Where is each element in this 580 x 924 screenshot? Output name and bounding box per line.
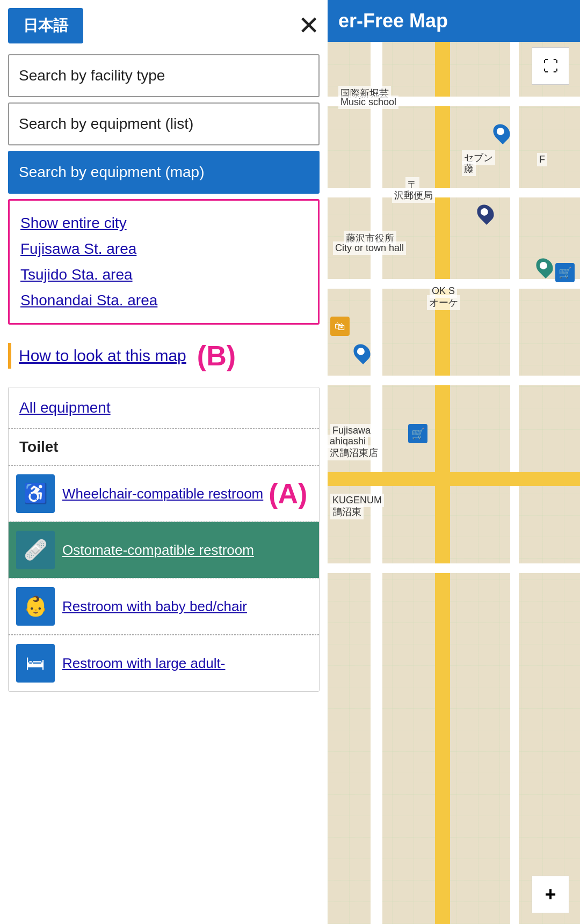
area-link-shonandai[interactable]: Shonandai Sta. area: [20, 288, 307, 313]
map-label-store: 沢鵠沼東店: [328, 445, 380, 460]
sidebar: 日本語 ✕ Search by facility type Search by …: [0, 0, 328, 924]
fullscreen-icon: ⛶: [543, 57, 558, 75]
area-link-fujisawa[interactable]: Fujisawa St. area: [20, 236, 307, 262]
map-label-musicschool: Music school: [338, 96, 398, 109]
map-container[interactable]: 国際新堀芸 Music school セブン 藤 F 〒 沢郵便局 藤沢市役所 …: [328, 0, 580, 924]
equip-item-wheelchair[interactable]: ♿ Wheelchair-compatible restroom (A): [9, 465, 319, 522]
area-link-entire-city[interactable]: Show entire city: [20, 210, 307, 236]
area-link-tsujido[interactable]: Tsujido Sta. area: [20, 262, 307, 288]
how-to-link[interactable]: How to look at this map: [19, 347, 186, 365]
map-label-cityhall2: City or town hall: [333, 241, 406, 255]
a-badge: (A): [269, 478, 307, 510]
language-button[interactable]: 日本語: [8, 8, 83, 43]
header-row: 日本語 ✕: [8, 8, 320, 43]
wheelchair-icon: ♿: [16, 474, 55, 513]
equip-item-large-adult[interactable]: 🛏 Restroom with large adult-: [9, 635, 319, 691]
app-title: er-Free Map: [328, 0, 580, 42]
baby-link[interactable]: Restroom with baby bed/chair: [62, 597, 247, 616]
map-label-fuji: 藤: [462, 161, 476, 176]
large-adult-link[interactable]: Restroom with large adult-: [62, 654, 225, 673]
baby-icon: 👶: [16, 587, 55, 626]
zoom-in-button[interactable]: +: [532, 876, 569, 913]
equip-item-ostomate[interactable]: 🩹 Ostomate-compatible restroom: [9, 522, 319, 578]
map-label-ok2: オーケ: [427, 295, 460, 310]
equipment-box: All equipment Toilet ♿ Wheelchair-compat…: [8, 387, 320, 692]
toilet-category: Toilet: [9, 429, 319, 465]
map-label-postoffice: 沢郵便局: [392, 188, 435, 203]
fullscreen-button[interactable]: ⛶: [532, 47, 569, 85]
map-label-f: F: [537, 153, 547, 166]
close-button[interactable]: ✕: [298, 13, 320, 39]
map-icon-bag[interactable]: 🛍: [330, 317, 350, 336]
ostomate-link[interactable]: Ostomate-compatible restroom: [62, 540, 254, 560]
area-links-box: Show entire city Fujisawa St. area Tsuji…: [8, 199, 320, 325]
large-adult-icon: 🛏: [16, 644, 55, 683]
orange-bar: [8, 343, 11, 369]
how-to-row: How to look at this map (B): [8, 334, 320, 377]
all-equipment-link[interactable]: All equipment: [9, 387, 319, 428]
b-badge: (B): [197, 340, 236, 372]
zoom-in-icon: +: [545, 883, 556, 906]
ostomate-icon: 🩹: [16, 531, 55, 569]
equip-item-baby[interactable]: 👶 Restroom with baby bed/chair: [9, 578, 319, 634]
search-facility-button[interactable]: Search by facility type: [8, 54, 320, 97]
search-equip-map-button[interactable]: Search by equipment (map): [8, 151, 320, 194]
map-icon-cart-1[interactable]: 🛒: [555, 263, 575, 282]
search-equip-list-button[interactable]: Search by equipment (list): [8, 102, 320, 145]
wheelchair-link[interactable]: Wheelchair-compatible restroom: [62, 484, 263, 503]
map-label-numahi: 鵠沼東: [330, 504, 364, 519]
map-icon-cart-2[interactable]: 🛒: [408, 424, 427, 443]
